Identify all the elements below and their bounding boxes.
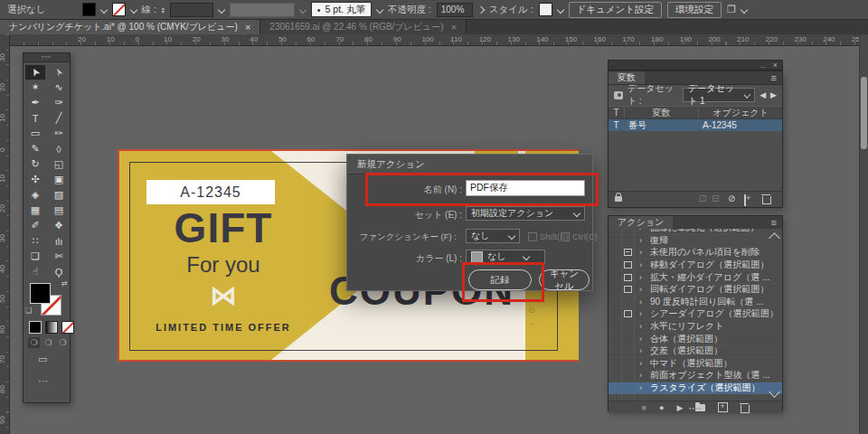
pen-tool[interactable]: ✒ [25,96,45,110]
paintbrush-tool[interactable]: ✏ [49,127,69,141]
stop-icon[interactable]: ■ [642,403,646,412]
camera-icon[interactable] [614,91,623,99]
draw-behind-icon[interactable]: ❍ [42,337,54,348]
action-row[interactable]: › 合体（選択範囲） [609,333,782,345]
action-row[interactable]: › 未使用のパネル項目を削除 [609,247,782,259]
shaper-tool[interactable]: ✎ [25,142,45,156]
action-row[interactable]: › 90 度反時計回り回転（選 ... [609,297,782,309]
expand-chevron-icon[interactable]: › [639,229,650,232]
swap-fill-stroke-icon[interactable]: ⇄ [61,279,68,288]
panel-menu-icon[interactable]: ≡ [766,71,782,84]
tab-actions[interactable]: アクション [609,216,673,229]
stroke-weight-chevron-icon[interactable] [218,5,225,13]
ctrl-checkbox-box[interactable] [561,232,570,241]
action-row[interactable]: › 中マド（選択範囲） [609,358,782,371]
default-fill-stroke-icon[interactable]: ❏ [25,307,32,315]
shape-builder-tool[interactable]: ◈ [25,188,45,203]
workspace-chevron-icon[interactable] [741,5,748,13]
previous-dataset-icon[interactable]: ◀ [760,90,766,99]
style-swatch[interactable] [539,3,552,16]
type-tool[interactable]: T [25,111,45,126]
action-name-input[interactable] [466,180,585,196]
panel-resize-grip[interactable]: ▪▪▪▪ [689,405,702,411]
make-text-dynamic-icon[interactable]: ⊟ [712,193,719,203]
graph-tool[interactable]: ılı [49,234,69,249]
blend-tool[interactable]: ❖ [49,219,69,233]
magic-wand-tool[interactable]: ✶ [25,80,45,95]
document-tab-active[interactable]: ナンバリングチケット.ai* @ 100 % (CMYK/プレビュー) × [0,20,260,34]
expand-chevron-icon[interactable]: › [639,297,650,307]
gradient-mode-button[interactable] [45,321,58,334]
preferences-button[interactable]: 環境設定 [667,2,722,18]
stroke-weight-stepper[interactable]: ▴▾ [162,6,165,14]
dialog-toggle-icon[interactable] [621,286,634,293]
draw-inside-icon[interactable]: ❍ [57,337,69,348]
record-icon[interactable]: ● [659,403,664,412]
variable-row[interactable]: T 番号 A-12345 [609,119,782,131]
expand-chevron-icon[interactable]: › [639,236,650,245]
scale-tool[interactable]: ◱ [49,157,69,172]
collapse-panel-icon[interactable]: ‥ [760,61,766,70]
column-header-object[interactable]: オブジェクト [699,107,782,118]
direct-selection-tool[interactable]: ➢ [49,65,69,80]
action-row[interactable]: › 拡大・縮小ダイアログ（選 ... [609,271,782,284]
brush-chevron-icon[interactable] [376,5,383,13]
tools-panel-grip[interactable]: ▪▪▪ [24,53,70,62]
expand-chevron-icon[interactable]: › [639,346,650,355]
expand-chevron-icon[interactable]: › [639,335,650,344]
action-row[interactable]: › 水平にリフレクト [609,321,782,334]
next-dataset-icon[interactable]: ▶ [770,90,777,99]
lock-icon[interactable] [615,196,622,202]
brush-definition-chevron-icon[interactable] [299,5,307,13]
play-icon[interactable]: ▶ [676,403,683,412]
dialog-toggle-icon[interactable] [621,310,634,317]
none-mode-button[interactable] [61,321,74,334]
fill-chevron-icon[interactable] [99,5,107,13]
close-tab-icon[interactable]: × [245,23,250,33]
stroke-color-swatch[interactable] [112,3,126,16]
artboard-tool[interactable]: ❏ [25,250,45,264]
make-object-dynamic-icon[interactable]: ⊡ [699,193,706,203]
action-row[interactable]: › 交差（選択範囲） [609,345,782,358]
lasso-tool[interactable]: ∿ [49,80,69,95]
free-transform-tool[interactable]: ▣ [49,173,69,187]
dialog-toggle-icon[interactable] [621,274,634,281]
toolbar-more-button[interactable]: ⋯ [38,375,49,387]
color-mode-button[interactable] [29,321,42,334]
screen-mode-icon[interactable]: ▭ [38,354,47,365]
action-set-dropdown[interactable]: 初期設定アクション [466,206,585,221]
delete-action-icon[interactable] [741,403,749,412]
shift-checkbox-box[interactable] [528,232,537,241]
stroke-weight-input[interactable] [170,3,213,17]
new-action-icon[interactable] [718,402,728,412]
gradient-tool[interactable]: ▤ [49,203,69,218]
curvature-tool[interactable]: ✑ [49,96,69,110]
rectangle-tool[interactable]: ▭ [25,127,45,141]
eyedropper-tool[interactable]: ✐ [25,219,45,233]
action-row[interactable]: › 移動ダイアログ（選択範囲） [609,259,782,272]
draw-normal-icon[interactable]: ❍ [28,337,40,348]
action-row[interactable]: › 回転ダイアログ（選択範囲） [609,284,782,297]
new-variable-icon[interactable] [744,195,746,205]
brush-definition-dropdown[interactable] [230,3,295,17]
expand-chevron-icon[interactable]: › [639,383,650,392]
column-header-type[interactable]: T [609,107,625,118]
expand-chevron-icon[interactable]: › [639,273,650,282]
scrollbar-thumb[interactable] [861,77,867,149]
close-tab-icon[interactable]: × [451,23,457,33]
panel-menu-icon[interactable]: ≡ [766,216,782,229]
rotate-tool[interactable]: ↻ [25,157,45,172]
ctrl-checkbox[interactable]: Ctrl(C) [561,231,598,241]
document-scrollbar[interactable] [859,34,868,434]
action-row[interactable]: › 前面オブジェクト型抜（選 ... [609,370,782,382]
eraser-tool[interactable]: ◊ [49,142,69,156]
symbol-sprayer-tool[interactable]: ∷ [25,234,45,249]
fill-proxy-swatch[interactable] [30,283,51,304]
action-row[interactable]: › 復帰 [609,235,782,248]
column-header-variable[interactable]: 変数 [625,107,699,118]
dataset-dropdown[interactable]: データセット 1 [683,88,755,102]
expand-chevron-icon[interactable]: › [639,309,650,318]
expand-chevron-icon[interactable]: › [639,248,650,257]
record-button[interactable]: 記録 [468,269,532,290]
width-tool[interactable]: ✣ [25,173,45,187]
